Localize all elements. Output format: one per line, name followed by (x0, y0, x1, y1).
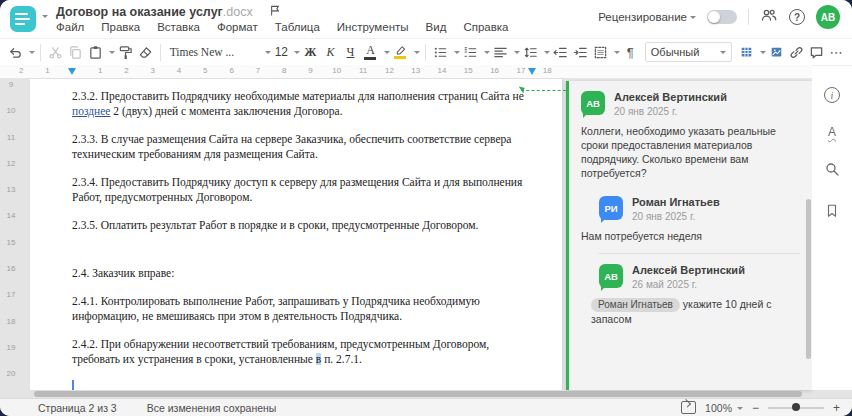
clear-formatting-button[interactable] (136, 41, 155, 63)
menu-item[interactable]: Формат (217, 21, 258, 33)
comment-author: Роман Игнатьев (632, 196, 720, 209)
menu-item[interactable]: Файл (56, 21, 84, 33)
indent-marker-left-icon[interactable] (68, 68, 76, 79)
comment[interactable]: АВ Алексей Вертинский 20 янв 2025 г. Кол… (581, 91, 800, 180)
paragraph-borders-caret-icon[interactable] (614, 51, 620, 57)
main-area: 91011121314151617181920 2.3.2. Предостав… (0, 79, 852, 398)
review-mode-dropdown[interactable]: Рецензирование (598, 11, 696, 23)
zoom-slider[interactable] (768, 407, 824, 409)
search-icon[interactable] (824, 161, 840, 181)
fit-to-width-icon[interactable] (681, 401, 696, 414)
comment-anchor-line (521, 90, 566, 91)
zoom-level[interactable]: 100% (705, 402, 732, 414)
paragraph: 2.4. Заказчик вправе: (72, 266, 536, 281)
ruler-number: 12 (376, 66, 402, 77)
italic-button[interactable]: К (321, 41, 340, 63)
insert-image-button[interactable] (767, 41, 786, 63)
font-name-select[interactable]: Times New ... (166, 46, 271, 58)
vertical-ruler[interactable]: 91011121314151617181920 (0, 79, 30, 398)
ruler-number: 9 (297, 66, 323, 77)
user-avatar[interactable]: АВ (816, 5, 840, 29)
collaborators-icon[interactable] (760, 7, 778, 27)
copy-button[interactable] (66, 41, 85, 63)
ruler-number: 4 (166, 66, 192, 77)
comment-date: 20 янв 2025 г. (632, 211, 720, 222)
menu-item[interactable]: Вставка (157, 21, 200, 33)
review-toggle[interactable] (707, 10, 737, 24)
comment-avatar: АВ (581, 91, 605, 115)
bold-button[interactable]: Ж (301, 41, 320, 63)
font-size-select[interactable]: 12 (272, 45, 300, 59)
insert-link-button[interactable] (787, 41, 806, 63)
comment-avatar: РИ (599, 196, 623, 220)
cut-button[interactable] (46, 41, 65, 63)
insert-table-button[interactable] (737, 41, 756, 63)
vertical-scrollbar[interactable] (806, 199, 811, 359)
comment-reply[interactable]: РИ Роман Игнатьев 20 янв 2025 г. Нам пот… (599, 196, 800, 243)
insert-table-caret-icon[interactable] (760, 51, 766, 57)
horizontal-scrollbar[interactable] (34, 391, 802, 397)
underline-button[interactable]: Ч (341, 41, 360, 63)
app-logo-icon[interactable] (10, 6, 36, 32)
increase-indent-button[interactable] (571, 41, 590, 63)
document-page[interactable]: 2.3.2. Предоставить Подрядчику необходим… (30, 79, 562, 390)
mention-chip[interactable]: Роман Игнатьев (591, 298, 680, 312)
ruler-number: 1 (87, 66, 113, 77)
font-color-button[interactable]: А (361, 41, 380, 63)
bullet-list-caret-icon[interactable] (454, 51, 460, 57)
insert-comment-button[interactable] (807, 41, 826, 63)
decrease-indent-button[interactable] (551, 41, 570, 63)
paste-caret-icon[interactable] (109, 51, 115, 57)
help-icon[interactable]: ? (789, 9, 805, 25)
paragraph: 2.3.2. Предоставить Подрядчику необходим… (72, 89, 536, 119)
paste-button[interactable] (86, 41, 105, 63)
paragraph: 2.4.2. При обнаружении несоответствий тр… (72, 337, 536, 367)
menu-item[interactable]: Таблица (275, 21, 320, 33)
divider (748, 9, 749, 25)
menu-bar: ФайлПравкаВставкаФорматТаблицаИнструмент… (56, 21, 509, 33)
numbered-list-button[interactable] (461, 41, 480, 63)
comment-reply[interactable]: АВ Алексей Вертинский 26 май 2025 г. Ром… (599, 264, 800, 326)
line-spacing-button[interactable] (521, 41, 540, 63)
highlight-color-button[interactable] (391, 41, 410, 63)
undo-caret-icon[interactable] (29, 51, 35, 57)
ruler-number: 10 (324, 66, 350, 77)
indent-marker-right-icon[interactable] (528, 68, 536, 79)
page-indicator[interactable]: Страница 2 из 3 (38, 402, 117, 414)
highlight-caret-icon[interactable] (414, 51, 420, 57)
ruler-number: 2 (8, 66, 34, 77)
menu-item[interactable]: Правка (101, 21, 140, 33)
zoom-slider-handle[interactable] (792, 403, 800, 411)
zoom-in-button[interactable]: + (833, 401, 840, 415)
paragraph-borders-button[interactable] (591, 41, 610, 63)
spellcheck-icon[interactable]: А (828, 125, 836, 139)
info-icon[interactable]: i (824, 87, 840, 103)
logo-menu-caret-icon[interactable] (42, 15, 48, 21)
line-spacing-caret-icon[interactable] (544, 51, 550, 57)
menu-item[interactable]: Инструменты (337, 21, 409, 33)
format-painter-button[interactable] (116, 41, 135, 63)
horizontal-ruler[interactable]: 21 123456789101112131415161718 (0, 65, 812, 79)
align-caret-icon[interactable] (514, 51, 520, 57)
menu-item[interactable]: Вид (426, 21, 447, 33)
zoom-out-button[interactable]: − (752, 401, 759, 415)
numbered-list-caret-icon[interactable] (484, 51, 490, 57)
ruler-number: 19 (0, 342, 22, 368)
right-sidebar: i А (812, 79, 852, 390)
comment-text: Роман Игнатьев укажите 10 дней с запасом (591, 297, 800, 326)
toolbar-more-button[interactable]: ⋯ (827, 41, 846, 63)
font-color-caret-icon[interactable] (384, 51, 390, 57)
undo-button[interactable] (6, 41, 25, 63)
show-paragraph-marks-button[interactable]: ¶ (621, 41, 640, 63)
bookmark-icon[interactable] (825, 203, 839, 222)
comments-panel[interactable]: АВ Алексей Вертинский 20 янв 2025 г. Кол… (566, 81, 812, 390)
favorite-flag-icon[interactable] (269, 4, 281, 20)
bullet-list-button[interactable] (431, 41, 450, 63)
menu-item[interactable]: Справка (463, 21, 508, 33)
divider (40, 44, 41, 61)
zoom-caret-icon[interactable] (737, 407, 743, 413)
ruler-margin-numbers: 21 (8, 66, 61, 77)
paragraph-style-select[interactable]: Обычный (645, 42, 732, 62)
align-button[interactable] (491, 41, 510, 63)
ruler-number: 2 (113, 66, 139, 77)
